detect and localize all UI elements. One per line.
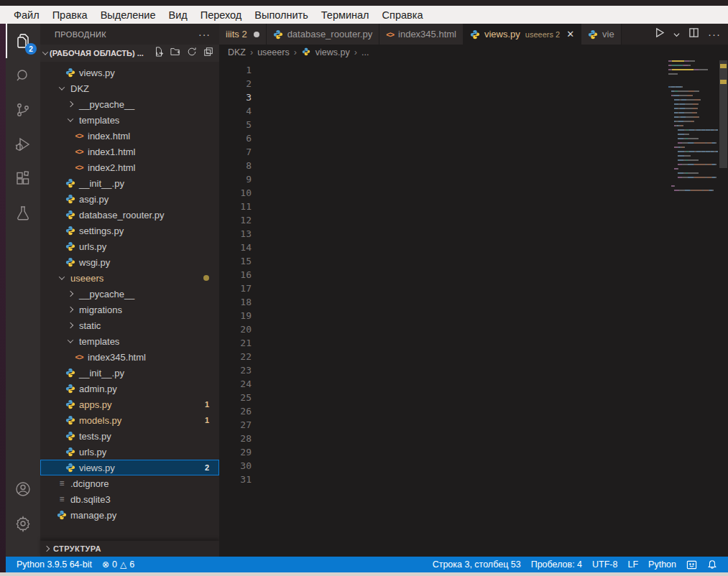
- code-line-3[interactable]: 3from django.views.decorators.csrf impor…: [219, 90, 728, 104]
- code-line-1[interactable]: 1from django.shortcuts import render: [219, 63, 728, 77]
- code-editor[interactable]: 1from django.shortcuts import render2fro…: [219, 60, 728, 572]
- code-line-7[interactable]: 7def index(request):: [219, 145, 728, 159]
- tree-item-index1.html[interactable]: <>index1.html: [40, 144, 219, 159]
- line-number[interactable]: 19: [219, 309, 252, 322]
- breadcrumb-item-useeers[interactable]: useeers: [257, 47, 289, 57]
- code-line-12[interactable]: 12Step = request.POST.get("step"): [219, 213, 728, 227]
- code-line-31[interactable]: 31return render(request,"index345.html",…: [219, 473, 728, 486]
- line-number[interactable]: 11: [219, 200, 252, 213]
- menu-item-Выделение[interactable]: Выделение: [94, 8, 162, 22]
- editor-more-actions-icon[interactable]: ···: [708, 28, 721, 40]
- split-editor-icon[interactable]: [688, 27, 699, 41]
- code-line-17[interactable]: 17md_create = MD1(id_str = ID_str,famil=…: [219, 282, 728, 295]
- notifications-bell-icon[interactable]: [702, 559, 722, 570]
- tree-item-index2.html[interactable]: <>index2.html: [40, 159, 219, 175]
- menu-item-Правка[interactable]: Правка: [46, 8, 94, 22]
- activity-item-settings[interactable]: [6, 506, 40, 541]
- line-number[interactable]: 23: [219, 363, 252, 377]
- status-problems[interactable]: ⊗ 0 △ 6: [97, 559, 139, 570]
- modified-dot-icon[interactable]: [254, 32, 259, 37]
- tree-item-DKZ[interactable]: DKZ: [40, 80, 219, 96]
- line-number[interactable]: 29: [219, 445, 252, 459]
- line-number[interactable]: 28: [219, 432, 252, 445]
- status-строка-3-столбец-53[interactable]: Строка 3, столбец 53: [428, 559, 526, 570]
- tree-item-__pycache__[interactable]: __pycache__: [40, 96, 219, 112]
- line-number[interactable]: 17: [219, 282, 252, 295]
- code-line-22[interactable]: 22md_delete = MD1(id_str = ID_str,famil=…: [219, 350, 728, 363]
- vertical-scrollbar[interactable]: [719, 60, 728, 572]
- activity-item-explorer[interactable]: 2: [6, 24, 40, 58]
- code-line-23[interactable]: 23md_delete.delete(): [219, 363, 728, 377]
- tree-item-settings.py[interactable]: settings.py: [40, 223, 219, 238]
- tree-item-database_roouter.py[interactable]: database_roouter.py: [40, 207, 219, 223]
- status-python[interactable]: Python: [643, 559, 681, 570]
- line-number[interactable]: 1: [219, 63, 252, 77]
- tree-item-migrations[interactable]: migrations: [40, 302, 219, 317]
- refresh-icon[interactable]: [187, 47, 197, 60]
- line-number[interactable]: 31: [219, 473, 252, 486]
- menu-item-Переход[interactable]: Переход: [194, 8, 249, 22]
- tree-item-db.sqlite3[interactable]: ≡db.sqlite3: [40, 491, 219, 507]
- activity-item-source-control[interactable]: [6, 93, 40, 127]
- tree-item-apps.py[interactable]: apps.py1: [40, 396, 219, 412]
- tree-item-manage.py[interactable]: manage.py: [40, 507, 219, 523]
- line-number[interactable]: 7: [219, 145, 252, 159]
- activity-item-testing[interactable]: [6, 196, 40, 231]
- new-folder-icon[interactable]: [170, 47, 180, 60]
- tree-item-templates[interactable]: templates: [40, 333, 219, 349]
- code-line-6[interactable]: 6: [219, 131, 728, 145]
- vertical-scrollbar-thumb[interactable]: [719, 60, 727, 168]
- line-number[interactable]: 9: [219, 172, 252, 186]
- status-lf[interactable]: LF: [622, 559, 643, 570]
- tree-item-wsgi.py[interactable]: wsgi.py: [40, 254, 219, 270]
- line-number[interactable]: 4: [219, 104, 252, 118]
- tree-item-__pycache__[interactable]: __pycache__: [40, 286, 219, 302]
- code-line-18[interactable]: 18md_create.save(): [219, 295, 728, 309]
- line-number[interactable]: 20: [219, 322, 252, 336]
- tree-item-__init__.py[interactable]: __init__.py: [40, 175, 219, 191]
- activity-item-account[interactable]: [6, 472, 40, 506]
- line-number[interactable]: 24: [219, 377, 252, 391]
- line-number[interactable]: 3: [219, 90, 252, 104]
- run-dropdown-icon[interactable]: [673, 28, 680, 41]
- menu-item-Вид[interactable]: Вид: [162, 8, 193, 22]
- tree-item-asgi.py[interactable]: asgi.py: [40, 191, 219, 207]
- code-line-13[interactable]: 13Zvan= request.POST.get("zvan"): [219, 227, 728, 241]
- code-line-26[interactable]: 26else:: [219, 404, 728, 418]
- line-number[interactable]: 10: [219, 186, 252, 200]
- line-number[interactable]: 13: [219, 227, 252, 241]
- tab-index345.html[interactable]: <>index345.html: [379, 24, 464, 45]
- code-line-25[interactable]: 25return render(request,"index345.html",…: [219, 391, 728, 404]
- code-line-4[interactable]: 4@csrf_exempt: [219, 104, 728, 118]
- collapse-all-icon[interactable]: [203, 47, 213, 60]
- line-number[interactable]: 14: [219, 241, 252, 254]
- code-line-21[interactable]: 21elif ch== "1":: [219, 336, 728, 350]
- menu-item-Файл[interactable]: Файл: [7, 8, 46, 22]
- line-number[interactable]: 30: [219, 459, 252, 473]
- code-line-27[interactable]: 27peopless = MD1.objects.all(): [219, 418, 728, 432]
- code-line-5[interactable]: 5: [219, 118, 728, 131]
- line-number[interactable]: 18: [219, 295, 252, 309]
- code-line-24[interactable]: 24peopless = MD1.objects.all(): [219, 377, 728, 391]
- code-line-8[interactable]: 8news=MD1.objects.using('daata').all(): [219, 159, 728, 172]
- new-file-icon[interactable]: [154, 47, 164, 60]
- code-line-28[interactable]: 28return render(request,"index345.html",…: [219, 432, 728, 445]
- tree-item-templates[interactable]: templates: [40, 112, 219, 128]
- line-number[interactable]: 12: [219, 213, 252, 227]
- tree-item-static[interactable]: static: [40, 317, 219, 333]
- menu-item-Справка[interactable]: Справка: [376, 8, 430, 22]
- code-line-14[interactable]: 14Mesto = request.POST.get("mesto"): [219, 241, 728, 254]
- code-line-30[interactable]: 30else:: [219, 459, 728, 473]
- breadcrumb-item-...[interactable]: ...: [361, 47, 369, 57]
- line-number[interactable]: 5: [219, 118, 252, 131]
- line-number[interactable]: 16: [219, 268, 252, 282]
- line-number[interactable]: 6: [219, 131, 252, 145]
- tree-item-urls.py[interactable]: urls.py: [40, 238, 219, 254]
- tree-item-tests.py[interactable]: tests.py: [40, 428, 219, 444]
- tab-iiits-2[interactable]: iiits 2: [219, 24, 267, 45]
- line-number[interactable]: 26: [219, 404, 252, 418]
- activity-item-search[interactable]: [6, 58, 40, 93]
- tree-item-views.py[interactable]: views.py: [40, 65, 219, 80]
- line-number[interactable]: 22: [219, 350, 252, 363]
- tree-item-admin.py[interactable]: admin.py: [40, 381, 219, 396]
